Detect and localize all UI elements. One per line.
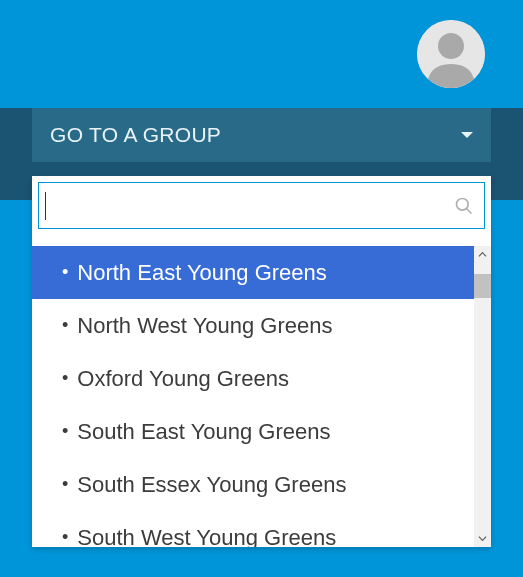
scrollbar[interactable] bbox=[474, 246, 491, 547]
top-bar bbox=[0, 0, 523, 108]
avatar[interactable] bbox=[417, 20, 485, 88]
list-item[interactable]: •Oxford Young Greens bbox=[32, 352, 474, 405]
scroll-down-icon[interactable] bbox=[474, 530, 491, 547]
search-icon bbox=[454, 196, 474, 216]
search-box[interactable] bbox=[38, 182, 485, 229]
bullet-icon: • bbox=[62, 368, 68, 389]
dropdown-panel: •North East Young Greens•North West Youn… bbox=[32, 176, 491, 547]
list-item[interactable]: •South West Young Greens bbox=[32, 511, 474, 547]
scroll-thumb[interactable] bbox=[474, 274, 491, 298]
person-icon bbox=[417, 20, 485, 88]
svg-point-1 bbox=[438, 33, 464, 59]
dropdown-label: GO TO A GROUP bbox=[50, 123, 221, 147]
options-list: •North East Young Greens•North West Youn… bbox=[32, 246, 474, 547]
scroll-up-icon[interactable] bbox=[474, 246, 491, 263]
bullet-icon: • bbox=[62, 315, 68, 336]
bullet-icon: • bbox=[62, 474, 68, 495]
bullet-icon: • bbox=[62, 527, 68, 547]
search-input[interactable] bbox=[46, 183, 454, 228]
list-item[interactable]: •South East Young Greens bbox=[32, 405, 474, 458]
option-label: South Essex Young Greens bbox=[77, 472, 346, 498]
option-label: South West Young Greens bbox=[77, 525, 336, 548]
option-label: South East Young Greens bbox=[77, 419, 330, 445]
group-dropdown-toggle[interactable]: GO TO A GROUP bbox=[32, 108, 491, 162]
chevron-down-icon bbox=[461, 132, 473, 138]
list-item[interactable]: •North West Young Greens bbox=[32, 299, 474, 352]
svg-point-2 bbox=[457, 198, 469, 210]
option-label: North West Young Greens bbox=[77, 313, 332, 339]
option-label: Oxford Young Greens bbox=[77, 366, 289, 392]
bullet-icon: • bbox=[62, 421, 68, 442]
list-item[interactable]: •South Essex Young Greens bbox=[32, 458, 474, 511]
list-item[interactable]: •North East Young Greens bbox=[32, 246, 474, 299]
svg-line-3 bbox=[467, 208, 472, 213]
option-label: North East Young Greens bbox=[77, 260, 327, 286]
bullet-icon: • bbox=[62, 262, 68, 283]
